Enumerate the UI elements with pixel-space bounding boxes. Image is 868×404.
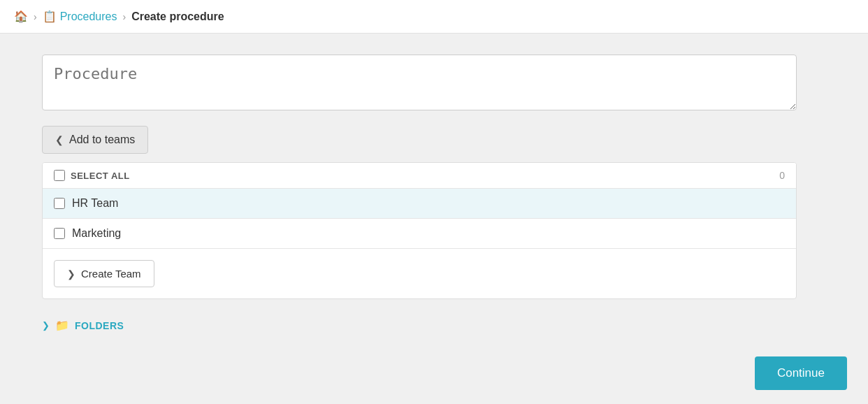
hr-team-checkbox[interactable] bbox=[54, 198, 65, 209]
home-icon[interactable]: 🏠 bbox=[14, 10, 28, 23]
continue-button[interactable]: Continue bbox=[755, 356, 847, 390]
marketing-checkbox[interactable] bbox=[54, 228, 65, 239]
breadcrumb-procedures-label: Procedures bbox=[60, 10, 117, 23]
folder-icon: 📁 bbox=[55, 319, 69, 332]
procedures-icon: 📋 bbox=[43, 10, 57, 23]
select-all-label: SELECT ALL bbox=[71, 171, 130, 181]
select-all-left: SELECT ALL bbox=[54, 170, 130, 181]
select-count: 0 bbox=[779, 170, 785, 181]
folders-label: FOLDERS bbox=[75, 320, 124, 331]
create-team-row: ❯ Create Team bbox=[43, 249, 796, 298]
select-all-row: SELECT ALL 0 bbox=[43, 163, 796, 189]
team-item-hr[interactable]: HR Team bbox=[43, 189, 796, 219]
add-to-teams-label: Add to teams bbox=[69, 134, 135, 146]
breadcrumb-current: Create procedure bbox=[131, 10, 224, 23]
team-item-marketing[interactable]: Marketing bbox=[43, 219, 796, 249]
create-team-button[interactable]: ❯ Create Team bbox=[54, 260, 154, 287]
breadcrumb-separator-2: › bbox=[123, 11, 126, 22]
create-team-chevron-icon: ❯ bbox=[67, 268, 75, 280]
create-team-label: Create Team bbox=[81, 268, 141, 280]
marketing-label: Marketing bbox=[72, 227, 121, 240]
breadcrumb-procedures-link[interactable]: 📋 Procedures bbox=[43, 10, 117, 23]
select-all-checkbox[interactable] bbox=[54, 170, 65, 181]
add-to-teams-button[interactable]: ❮ Add to teams bbox=[42, 126, 148, 154]
folders-section[interactable]: ❯ 📁 FOLDERS bbox=[42, 319, 826, 332]
folders-chevron-icon: ❯ bbox=[42, 320, 50, 331]
chevron-down-icon: ❮ bbox=[55, 134, 64, 145]
main-content: ❮ Add to teams SELECT ALL 0 HR Team Mark… bbox=[0, 34, 868, 353]
breadcrumb-separator-1: › bbox=[34, 11, 37, 22]
procedure-textarea[interactable] bbox=[42, 55, 797, 110]
breadcrumb: 🏠 › 📋 Procedures › Create procedure bbox=[0, 0, 868, 34]
hr-team-label: HR Team bbox=[72, 197, 118, 210]
teams-panel: SELECT ALL 0 HR Team Marketing ❯ Create … bbox=[42, 162, 797, 299]
